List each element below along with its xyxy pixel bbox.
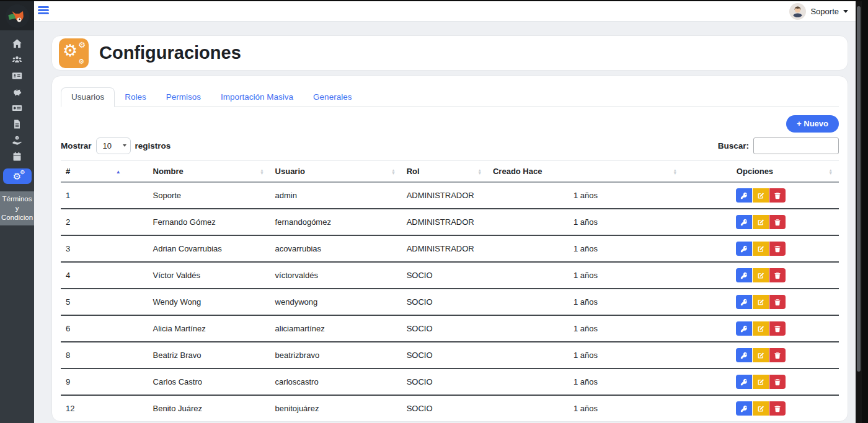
- user-menu[interactable]: Soporte: [789, 1, 848, 22]
- cell-num: 12: [61, 395, 148, 422]
- key-button[interactable]: [736, 188, 752, 203]
- sidebar-item-users[interactable]: [4, 55, 30, 65]
- column-header-creado-hace[interactable]: Creado Hace▲▼: [488, 161, 683, 183]
- tab-usuarios[interactable]: Usuarios: [61, 87, 115, 107]
- sort-icons: ▲▼: [478, 168, 482, 175]
- cell-nombre: Soporte: [148, 182, 270, 209]
- cell-num: 5: [61, 289, 148, 315]
- delete-button[interactable]: [769, 242, 786, 256]
- edit-button[interactable]: [753, 295, 769, 309]
- tab-permisos[interactable]: Permisos: [156, 88, 211, 107]
- sort-asc-icon: ▲: [116, 168, 121, 174]
- edit-icon: [757, 245, 764, 253]
- table-row: 5 Wendy Wong wendywong SOCIO 1 años: [61, 289, 839, 315]
- sidebar-item-terms[interactable]: Términos y Condicion: [0, 191, 34, 225]
- key-button[interactable]: [736, 268, 752, 282]
- cell-rol: ADMINISTRADOR: [402, 209, 488, 235]
- tab-importacion-masiva[interactable]: Importación Masiva: [211, 88, 303, 107]
- cell-nombre: Adrian Covarrubias: [148, 235, 270, 262]
- edit-button[interactable]: [753, 348, 769, 362]
- page-header: ⚙⚙⚙ Configuraciones: [51, 35, 848, 71]
- cell-usuario: admin: [270, 182, 402, 209]
- trash-icon: [774, 299, 781, 306]
- column-header-nombre[interactable]: Nombre▲▼: [148, 161, 270, 183]
- sort-icons: ▲▼: [673, 168, 677, 175]
- column-header-rol[interactable]: Rol▲▼: [402, 161, 488, 183]
- edit-button[interactable]: [753, 321, 769, 336]
- app-logo[interactable]: [0, 1, 34, 30]
- table-row: 3 Adrian Covarrubias acovarrubias ADMINI…: [61, 235, 839, 262]
- sort-icons: ▲▼: [391, 168, 395, 175]
- edit-button[interactable]: [753, 375, 769, 389]
- delete-button[interactable]: [769, 215, 786, 229]
- cell-opciones: [683, 262, 839, 289]
- cell-opciones: [683, 182, 839, 209]
- key-button[interactable]: [736, 295, 752, 309]
- cell-rol: SOCIO: [402, 289, 488, 315]
- edit-icon: [757, 405, 764, 412]
- topbar: Soporte: [34, 1, 856, 22]
- cell-rol: SOCIO: [402, 342, 488, 368]
- trash-icon: [774, 272, 781, 279]
- key-button[interactable]: [736, 375, 752, 389]
- cell-creado: 1 años: [488, 342, 683, 368]
- sidebar-item-home[interactable]: [4, 38, 30, 49]
- cell-rol: SOCIO: [402, 262, 488, 289]
- search-input[interactable]: [753, 137, 839, 154]
- key-icon: [740, 272, 748, 279]
- edit-button[interactable]: [753, 215, 769, 229]
- scrollbar[interactable]: [856, 1, 862, 423]
- search-label: Buscar:: [718, 141, 749, 150]
- page-size-select[interactable]: 10: [96, 137, 131, 154]
- cell-nombre: Wendy Wong: [148, 289, 270, 315]
- cell-opciones: [683, 315, 839, 342]
- delete-button[interactable]: [769, 295, 786, 309]
- gears-icon: ⚙⚙⚙: [59, 38, 89, 68]
- cell-opciones: [683, 395, 839, 422]
- delete-button[interactable]: [769, 268, 786, 282]
- terms-line: y: [1, 204, 33, 213]
- sidebar-item-money-check[interactable]: [4, 103, 30, 113]
- key-button[interactable]: [736, 242, 752, 256]
- key-button[interactable]: [736, 348, 752, 362]
- key-button[interactable]: [736, 401, 752, 416]
- column-header-opciones[interactable]: Opciones▲▼: [683, 161, 839, 183]
- key-button[interactable]: [736, 321, 752, 336]
- main-panel: Usuarios Roles Permisos Importación Masi…: [51, 76, 848, 422]
- column-header-usuario[interactable]: Usuario▲▼: [270, 161, 402, 183]
- new-button[interactable]: + Nuevo: [786, 115, 839, 133]
- cell-creado: 1 años: [488, 262, 683, 289]
- sidebar-item-hand-holding-dollar[interactable]: [4, 135, 30, 146]
- edit-icon: [757, 325, 764, 333]
- home-icon: [12, 38, 22, 49]
- delete-button[interactable]: [769, 348, 786, 362]
- cell-rol: ADMINISTRADOR: [402, 235, 488, 262]
- sidebar-item-piggy-bank[interactable]: [4, 87, 30, 97]
- delete-button[interactable]: [769, 401, 786, 416]
- user-avatar: [789, 3, 806, 20]
- hamburger-icon[interactable]: [38, 6, 49, 15]
- cell-num: 6: [61, 315, 148, 342]
- column-header-num[interactable]: #▲: [61, 161, 148, 183]
- tab-generales[interactable]: Generales: [303, 88, 361, 107]
- key-icon: [740, 378, 748, 386]
- edit-button[interactable]: [753, 401, 769, 416]
- cell-creado: 1 años: [488, 368, 683, 395]
- edit-button[interactable]: [753, 188, 769, 203]
- sidebar-item-settings[interactable]: ⚙⚙: [3, 168, 32, 184]
- delete-button[interactable]: [769, 375, 786, 389]
- cell-rol: SOCIO: [402, 368, 488, 395]
- tab-roles[interactable]: Roles: [115, 88, 156, 107]
- key-button[interactable]: [736, 215, 752, 229]
- sidebar-item-id-card[interactable]: [4, 71, 30, 81]
- delete-button[interactable]: [769, 188, 786, 203]
- sidebar-item-document[interactable]: [4, 119, 30, 129]
- cell-nombre: Alicia Martínez: [148, 315, 270, 342]
- scrollbar-thumb[interactable]: [857, 6, 861, 372]
- edit-button[interactable]: [753, 242, 769, 256]
- edit-button[interactable]: [753, 268, 769, 282]
- terms-line: Condicion: [1, 213, 33, 222]
- sidebar-item-calendar[interactable]: [4, 151, 30, 162]
- trash-icon: [774, 192, 781, 199]
- delete-button[interactable]: [769, 321, 786, 336]
